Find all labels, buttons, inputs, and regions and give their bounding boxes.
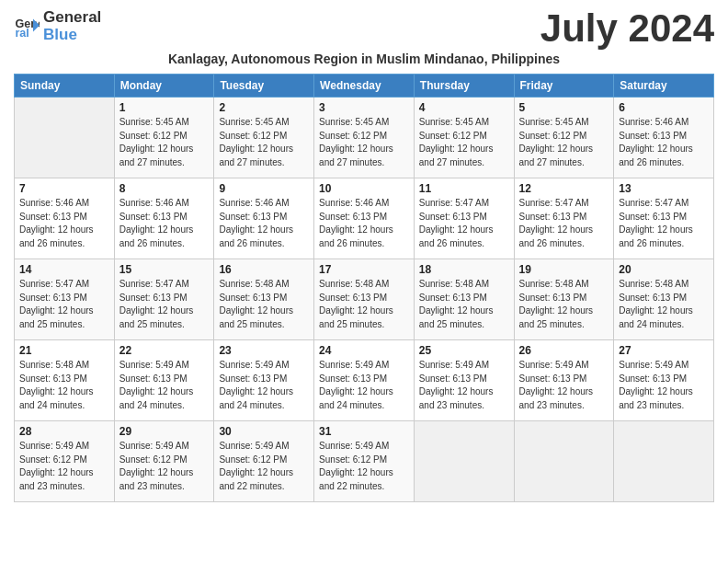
day-info: Sunrise: 5:47 AMSunset: 6:13 PMDaylight:… xyxy=(119,278,210,331)
day-info: Sunrise: 5:46 AMSunset: 6:13 PMDaylight:… xyxy=(619,116,709,169)
day-header-thursday: Thursday xyxy=(414,75,514,98)
calendar-cell: 26Sunrise: 5:49 AMSunset: 6:13 PMDayligh… xyxy=(514,340,614,421)
day-info: Sunrise: 5:49 AMSunset: 6:13 PMDaylight:… xyxy=(619,359,709,412)
calendar-cell: 24Sunrise: 5:49 AMSunset: 6:13 PMDayligh… xyxy=(314,340,415,421)
calendar-cell: 27Sunrise: 5:49 AMSunset: 6:13 PMDayligh… xyxy=(614,340,714,421)
day-number: 20 xyxy=(619,263,709,276)
day-info: Sunrise: 5:49 AMSunset: 6:12 PMDaylight:… xyxy=(119,440,210,493)
calendar-cell: 12Sunrise: 5:47 AMSunset: 6:13 PMDayligh… xyxy=(514,178,614,259)
calendar-week-row: 1Sunrise: 5:45 AMSunset: 6:12 PMDaylight… xyxy=(15,98,714,178)
day-number: 2 xyxy=(219,101,309,114)
day-number: 16 xyxy=(219,263,309,276)
calendar-cell: 3Sunrise: 5:45 AMSunset: 6:12 PMDaylight… xyxy=(314,98,415,178)
day-info: Sunrise: 5:47 AMSunset: 6:13 PMDaylight:… xyxy=(419,197,509,250)
day-info: Sunrise: 5:45 AMSunset: 6:12 PMDaylight:… xyxy=(219,116,309,169)
calendar-cell: 30Sunrise: 5:49 AMSunset: 6:12 PMDayligh… xyxy=(214,421,314,502)
day-header-monday: Monday xyxy=(114,75,214,98)
calendar-cell: 25Sunrise: 5:49 AMSunset: 6:13 PMDayligh… xyxy=(414,340,514,421)
logo-icon: Gene ral xyxy=(14,14,40,40)
calendar-cell xyxy=(414,421,514,502)
day-number: 31 xyxy=(319,425,409,438)
day-header-friday: Friday xyxy=(514,75,614,98)
day-number: 29 xyxy=(119,425,210,438)
calendar-cell: 5Sunrise: 5:45 AMSunset: 6:12 PMDaylight… xyxy=(514,98,614,178)
logo: Gene ral General Blue xyxy=(14,9,101,43)
day-info: Sunrise: 5:49 AMSunset: 6:12 PMDaylight:… xyxy=(19,440,109,493)
day-number: 4 xyxy=(419,101,509,114)
day-info: Sunrise: 5:47 AMSunset: 6:13 PMDaylight:… xyxy=(519,197,609,250)
day-info: Sunrise: 5:49 AMSunset: 6:13 PMDaylight:… xyxy=(219,359,309,412)
day-number: 10 xyxy=(319,182,409,195)
day-info: Sunrise: 5:45 AMSunset: 6:12 PMDaylight:… xyxy=(519,116,609,169)
day-number: 26 xyxy=(519,344,609,357)
day-info: Sunrise: 5:46 AMSunset: 6:13 PMDaylight:… xyxy=(119,197,210,250)
day-number: 1 xyxy=(119,101,210,114)
calendar-cell: 11Sunrise: 5:47 AMSunset: 6:13 PMDayligh… xyxy=(414,178,514,259)
logo-text: General Blue xyxy=(43,9,101,43)
calendar-week-row: 21Sunrise: 5:48 AMSunset: 6:13 PMDayligh… xyxy=(15,340,714,421)
calendar-cell: 6Sunrise: 5:46 AMSunset: 6:13 PMDaylight… xyxy=(614,98,714,178)
calendar-cell: 29Sunrise: 5:49 AMSunset: 6:12 PMDayligh… xyxy=(114,421,214,502)
day-number: 25 xyxy=(419,344,509,357)
calendar-cell: 19Sunrise: 5:48 AMSunset: 6:13 PMDayligh… xyxy=(514,259,614,340)
day-info: Sunrise: 5:49 AMSunset: 6:13 PMDaylight:… xyxy=(319,359,409,412)
calendar-cell: 15Sunrise: 5:47 AMSunset: 6:13 PMDayligh… xyxy=(114,259,214,340)
month-title: July 2024 xyxy=(540,9,714,48)
calendar-cell xyxy=(514,421,614,502)
day-header-wednesday: Wednesday xyxy=(314,75,415,98)
day-info: Sunrise: 5:49 AMSunset: 6:12 PMDaylight:… xyxy=(219,440,309,493)
day-number: 19 xyxy=(519,263,609,276)
calendar-cell: 23Sunrise: 5:49 AMSunset: 6:13 PMDayligh… xyxy=(214,340,314,421)
calendar-cell: 10Sunrise: 5:46 AMSunset: 6:13 PMDayligh… xyxy=(314,178,415,259)
day-number: 5 xyxy=(519,101,609,114)
day-info: Sunrise: 5:47 AMSunset: 6:13 PMDaylight:… xyxy=(19,278,109,331)
calendar-cell: 22Sunrise: 5:49 AMSunset: 6:13 PMDayligh… xyxy=(114,340,214,421)
day-info: Sunrise: 5:46 AMSunset: 6:13 PMDaylight:… xyxy=(219,197,309,250)
calendar-week-row: 28Sunrise: 5:49 AMSunset: 6:12 PMDayligh… xyxy=(15,421,714,502)
day-number: 24 xyxy=(319,344,409,357)
calendar-subtitle: Kanlagay, Autonomous Region in Muslim Mi… xyxy=(14,52,714,66)
calendar-cell: 16Sunrise: 5:48 AMSunset: 6:13 PMDayligh… xyxy=(214,259,314,340)
day-number: 17 xyxy=(319,263,409,276)
calendar-header-row: SundayMondayTuesdayWednesdayThursdayFrid… xyxy=(15,75,714,98)
calendar-cell xyxy=(15,98,115,178)
day-info: Sunrise: 5:45 AMSunset: 6:12 PMDaylight:… xyxy=(419,116,509,169)
calendar-cell: 28Sunrise: 5:49 AMSunset: 6:12 PMDayligh… xyxy=(15,421,115,502)
day-info: Sunrise: 5:45 AMSunset: 6:12 PMDaylight:… xyxy=(119,116,210,169)
day-info: Sunrise: 5:49 AMSunset: 6:13 PMDaylight:… xyxy=(519,359,609,412)
calendar-cell: 17Sunrise: 5:48 AMSunset: 6:13 PMDayligh… xyxy=(314,259,415,340)
day-number: 9 xyxy=(219,182,309,195)
calendar-cell: 20Sunrise: 5:48 AMSunset: 6:13 PMDayligh… xyxy=(614,259,714,340)
calendar-cell: 31Sunrise: 5:49 AMSunset: 6:12 PMDayligh… xyxy=(314,421,415,502)
day-header-tuesday: Tuesday xyxy=(214,75,314,98)
day-number: 18 xyxy=(419,263,509,276)
day-info: Sunrise: 5:48 AMSunset: 6:13 PMDaylight:… xyxy=(19,359,109,412)
day-number: 27 xyxy=(619,344,709,357)
day-number: 15 xyxy=(119,263,210,276)
day-info: Sunrise: 5:49 AMSunset: 6:12 PMDaylight:… xyxy=(319,440,409,493)
calendar-week-row: 14Sunrise: 5:47 AMSunset: 6:13 PMDayligh… xyxy=(15,259,714,340)
calendar-table: SundayMondayTuesdayWednesdayThursdayFrid… xyxy=(14,74,714,502)
day-number: 8 xyxy=(119,182,210,195)
calendar-cell xyxy=(614,421,714,502)
day-number: 6 xyxy=(619,101,709,114)
day-number: 21 xyxy=(19,344,109,357)
calendar-cell: 1Sunrise: 5:45 AMSunset: 6:12 PMDaylight… xyxy=(114,98,214,178)
day-info: Sunrise: 5:46 AMSunset: 6:13 PMDaylight:… xyxy=(319,197,409,250)
day-number: 3 xyxy=(319,101,409,114)
svg-text:ral: ral xyxy=(15,27,28,40)
calendar-cell: 21Sunrise: 5:48 AMSunset: 6:13 PMDayligh… xyxy=(15,340,115,421)
calendar-body: 1Sunrise: 5:45 AMSunset: 6:12 PMDaylight… xyxy=(15,98,714,502)
day-info: Sunrise: 5:45 AMSunset: 6:12 PMDaylight:… xyxy=(319,116,409,169)
page-header: Gene ral General Blue July 2024 xyxy=(14,9,714,48)
calendar-cell: 7Sunrise: 5:46 AMSunset: 6:13 PMDaylight… xyxy=(15,178,115,259)
day-info: Sunrise: 5:48 AMSunset: 6:13 PMDaylight:… xyxy=(519,278,609,331)
day-info: Sunrise: 5:49 AMSunset: 6:13 PMDaylight:… xyxy=(419,359,509,412)
day-info: Sunrise: 5:48 AMSunset: 6:13 PMDaylight:… xyxy=(319,278,409,331)
day-number: 14 xyxy=(19,263,109,276)
day-header-sunday: Sunday xyxy=(15,75,115,98)
calendar-cell: 13Sunrise: 5:47 AMSunset: 6:13 PMDayligh… xyxy=(614,178,714,259)
day-number: 13 xyxy=(619,182,709,195)
calendar-cell: 9Sunrise: 5:46 AMSunset: 6:13 PMDaylight… xyxy=(214,178,314,259)
day-info: Sunrise: 5:48 AMSunset: 6:13 PMDaylight:… xyxy=(419,278,509,331)
